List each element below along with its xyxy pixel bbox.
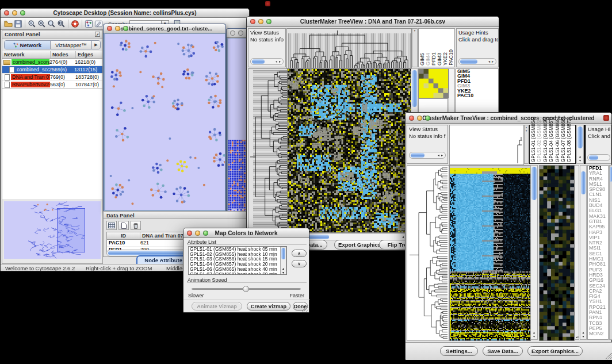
network-view-window-1[interactable]: combined_scores_good.txt--cluste... bbox=[103, 24, 226, 212]
scroll-down-arrow[interactable]: ▾ bbox=[531, 335, 537, 338]
move-up-button[interactable]: ∧ bbox=[292, 250, 307, 257]
scrollbar-thumb[interactable] bbox=[412, 70, 417, 107]
column-labels-vscrollbar[interactable]: ▴ ▾ bbox=[576, 125, 584, 164]
column-label[interactable]: GPL51-06 (GSM865) bbox=[555, 117, 560, 162]
column-label[interactable]: GPL51-03 (GSM856) bbox=[543, 117, 548, 162]
scrollbar-thumb[interactable] bbox=[581, 171, 586, 194]
scroll-up-arrow[interactable]: ▴ bbox=[531, 331, 537, 334]
scrollbar-thumb[interactable] bbox=[460, 59, 477, 64]
usage-hints-scrollbar[interactable]: ◂▸ bbox=[458, 58, 496, 65]
zoom-button[interactable] bbox=[203, 231, 208, 236]
column-label[interactable]: GIM3 bbox=[437, 53, 442, 66]
splitter-strip[interactable]: ▾ bbox=[412, 28, 418, 67]
network1-titlebar[interactable]: combined_scores_good.txt--cluste... bbox=[104, 24, 225, 33]
resize-grip[interactable] bbox=[606, 353, 612, 359]
float-panel-icon[interactable]: ⬈ bbox=[95, 32, 100, 37]
settings-button[interactable]: Settings... bbox=[440, 346, 478, 356]
network-overview-thumbnail[interactable] bbox=[4, 201, 101, 259]
scroll-up-arrow[interactable]: ▴ bbox=[580, 331, 586, 334]
row-dendrogram[interactable] bbox=[407, 165, 449, 341]
gene-label[interactable]: MON2 bbox=[588, 331, 608, 336]
splitter-strip[interactable]: ▴▾ bbox=[524, 125, 529, 164]
array-dendrogram[interactable] bbox=[449, 125, 524, 165]
column-label[interactable]: GPL51-02 (GSM855) bbox=[537, 117, 541, 162]
scrollbar-thumb[interactable] bbox=[281, 248, 285, 259]
network-row[interactable]: combined_scores_ 2764(0) 16218(0) bbox=[2, 59, 102, 66]
attribute-list-vscrollbar[interactable]: ▴ ▾ bbox=[280, 247, 286, 275]
close-button[interactable] bbox=[187, 231, 192, 236]
animation-speed-slider[interactable] bbox=[192, 288, 301, 290]
scrollbar-thumb[interactable] bbox=[411, 153, 424, 158]
scrollbar-arrows[interactable]: ◂▸ bbox=[276, 60, 283, 63]
global-heatmap[interactable] bbox=[449, 165, 531, 341]
zoom-button[interactable] bbox=[20, 10, 25, 16]
column-label[interactable]: YKE2 bbox=[443, 52, 448, 66]
zoom-button[interactable] bbox=[123, 26, 128, 31]
scroll-up-arrow[interactable]: ▴ bbox=[577, 155, 583, 158]
row-label[interactable]: PAC10 bbox=[456, 93, 498, 98]
global-heatmap[interactable] bbox=[287, 68, 411, 233]
gene-list-vscrollbar[interactable]: ▴ ▾ bbox=[580, 165, 587, 340]
view-status-scrollbar[interactable]: ◂▸ bbox=[250, 58, 284, 65]
export-graphics-button[interactable]: Export Graphics... bbox=[527, 346, 583, 356]
treeview2-titlebar[interactable]: ClusterMaker TreeView : combined_scores_… bbox=[406, 113, 611, 124]
network-row[interactable]: DNA and Tran 07 769(0) 183728(0) bbox=[2, 74, 102, 81]
minimize-button[interactable] bbox=[417, 116, 422, 121]
zoom-heatmap[interactable] bbox=[539, 165, 575, 341]
scroll-down-arrow[interactable]: ▾ bbox=[281, 271, 286, 274]
annotation-icon[interactable] bbox=[94, 19, 104, 29]
scroll-up-arrow[interactable]: ▴ bbox=[281, 267, 286, 270]
far-right-scrollbar[interactable] bbox=[609, 165, 612, 340]
column-label[interactable]: GIM5 bbox=[420, 53, 425, 66]
close-button[interactable] bbox=[250, 19, 255, 24]
scrollbar-arrows[interactable]: ◂▸ bbox=[438, 154, 445, 157]
heatmap-vscrollbar[interactable]: ▴ ▾ bbox=[530, 165, 538, 340]
tab-network[interactable]: Network bbox=[5, 41, 51, 49]
save-session-icon[interactable] bbox=[13, 19, 23, 29]
close-button[interactable] bbox=[107, 26, 112, 31]
dialog-titlebar[interactable]: Map Colors to Network bbox=[183, 228, 309, 238]
scrollbar-arrows[interactable]: ◂▸ bbox=[488, 60, 496, 63]
column-label[interactable]: GPL51-08 (GSM872) bbox=[567, 117, 571, 162]
zoom-selected-icon[interactable] bbox=[47, 19, 56, 29]
column-label[interactable]: GPL51-07 (GSM868) bbox=[561, 117, 565, 162]
close-button[interactable] bbox=[409, 116, 414, 121]
move-down-button[interactable]: ∨ bbox=[292, 260, 307, 267]
cell-value[interactable]: 621 bbox=[140, 240, 149, 246]
close-button[interactable] bbox=[4, 10, 9, 16]
scrollbar-thumb[interactable] bbox=[577, 127, 583, 148]
column-label[interactable]: GPL51-04 (GSM857) bbox=[549, 117, 553, 162]
network-row[interactable]: RNAPuberNov2+ 563(0) 107847(0) bbox=[2, 81, 102, 89]
network-table-header[interactable]: Network Nodes Edges bbox=[2, 51, 102, 59]
tab-vizmapper[interactable]: VizMapper™ bbox=[51, 41, 92, 49]
new-attribute-icon[interactable] bbox=[118, 221, 129, 230]
view-status-scrollbar[interactable]: ◂▸ bbox=[409, 152, 446, 159]
usage-hints-scrollbar[interactable] bbox=[587, 154, 610, 161]
zoom-heatmap-matrix[interactable] bbox=[418, 68, 449, 98]
zoom-in-icon[interactable] bbox=[37, 19, 47, 29]
minimize-button[interactable] bbox=[115, 26, 120, 31]
animate-vizmap-button[interactable]: Animate Vizmap bbox=[192, 302, 242, 311]
zoom-scroll-arrows[interactable]: ▴▾ bbox=[575, 165, 579, 340]
open-session-icon[interactable] bbox=[3, 19, 13, 29]
tab-more-button[interactable]: ▶ bbox=[92, 41, 100, 49]
scrollbar-thumb[interactable] bbox=[610, 167, 612, 182]
column-label[interactable]: GIM4 bbox=[426, 53, 431, 66]
zoom-button[interactable] bbox=[425, 116, 430, 121]
column-label[interactable]: GPL51-01 (GSM854) bbox=[531, 117, 536, 162]
layout-icon[interactable] bbox=[84, 19, 94, 29]
zoom-fit-icon[interactable] bbox=[56, 19, 66, 29]
zoom-button[interactable] bbox=[266, 19, 271, 24]
scrollbar-thumb[interactable] bbox=[531, 167, 537, 200]
column-label[interactable]: PAC10 bbox=[449, 49, 454, 66]
minimize-button[interactable] bbox=[258, 19, 263, 24]
create-vizmap-button[interactable]: Create Vizmap bbox=[247, 302, 290, 311]
minimize-button[interactable] bbox=[238, 30, 243, 36]
scroll-down-arrow[interactable]: ▾ bbox=[577, 159, 583, 162]
network-canvas[interactable] bbox=[105, 34, 225, 210]
help-lifering-icon[interactable] bbox=[70, 19, 80, 29]
minimize-button[interactable] bbox=[12, 10, 17, 16]
scrollbar-thumb[interactable] bbox=[252, 59, 265, 64]
treeview2-window[interactable]: ClusterMaker TreeView : combined_scores_… bbox=[405, 112, 612, 359]
network-row-selected[interactable]: combined_sco 2569(6) 13112(15) bbox=[2, 66, 102, 74]
